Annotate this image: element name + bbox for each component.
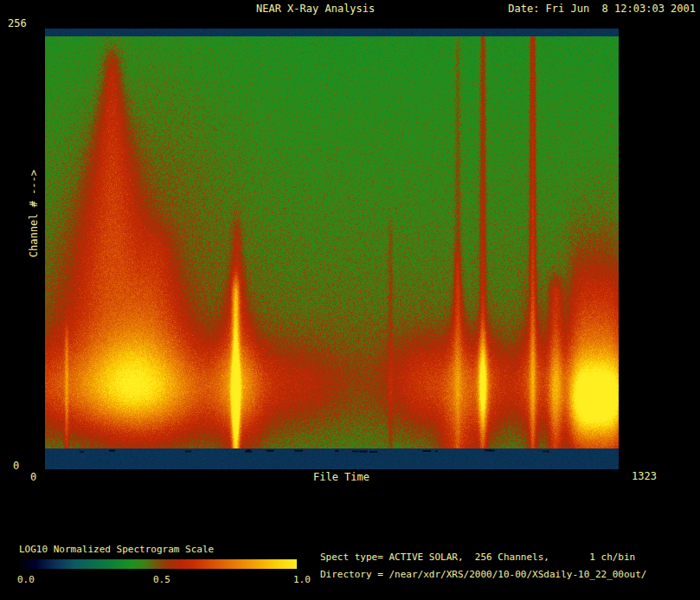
directory-line: Directory = /near/xdr/XRS/2000/10-00/XSd… [320, 569, 647, 580]
colorbar-title: LOG10 Normalized Spectrogram Scale [19, 544, 214, 555]
x-axis-title: File Time [313, 472, 369, 483]
date-label: Date: Fri Jun 8 12:03:03 2001 [508, 3, 696, 15]
colorbar-tick-05: 0.5 [153, 574, 170, 585]
spectrogram-plot [45, 29, 619, 469]
colorbar-gradient [19, 559, 297, 569]
page-title: NEAR X-Ray Analysis [256, 3, 375, 15]
near-xray-analysis-window: NEAR X-Ray Analysis Date: Fri Jun 8 12:0… [0, 0, 700, 600]
spect-type-line: Spect type= ACTIVE SOLAR, 256 Channels, … [320, 552, 635, 563]
y-axis-max-label: 256 [8, 18, 27, 29]
y-axis-title: Channel # ---> [29, 170, 40, 257]
y-axis-min-label: 0 [13, 461, 19, 472]
x-axis-max-label: 1323 [632, 471, 657, 482]
colorbar-tick-0: 0.0 [17, 574, 35, 585]
x-axis-min-label: 0 [30, 472, 36, 483]
colorbar-tick-1: 1.0 [293, 574, 311, 585]
